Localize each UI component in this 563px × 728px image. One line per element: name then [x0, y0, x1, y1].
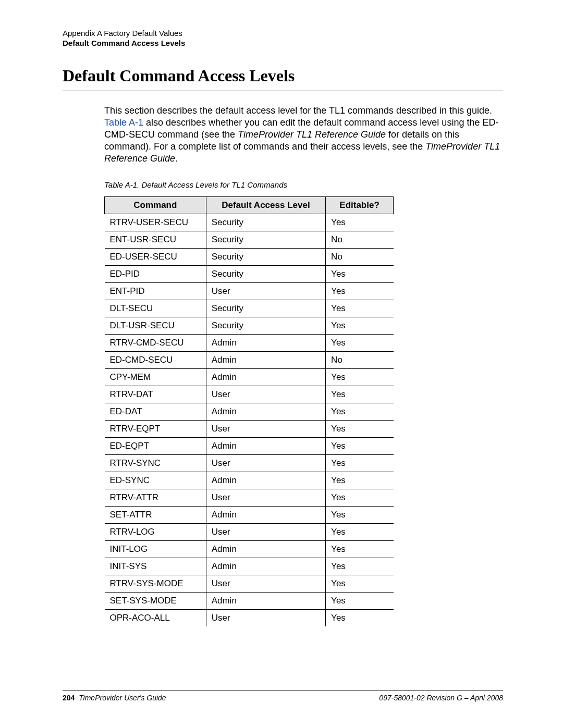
- table-row: RTRV-USER-SECUSecurityYes: [105, 214, 394, 231]
- table-row: ED-USER-SECUSecurityNo: [105, 249, 394, 266]
- cell-editable: Yes: [326, 489, 394, 507]
- table-row: RTRV-SYNCUserYes: [105, 455, 394, 472]
- table-row: DLT-SECUSecurityYes: [105, 300, 394, 317]
- cell-editable: Yes: [326, 317, 394, 335]
- cell-command: ENT-PID: [105, 283, 206, 300]
- cell-command: ED-USER-SECU: [105, 249, 206, 266]
- cell-editable: Yes: [326, 438, 394, 455]
- table-row: RTRV-SYS-MODEUserYes: [105, 575, 394, 593]
- cell-editable: Yes: [326, 421, 394, 438]
- footer-left: 204 TimeProvider User's Guide: [63, 694, 166, 702]
- footer-guide-title: TimeProvider User's Guide: [79, 694, 166, 702]
- cell-editable: Yes: [326, 472, 394, 489]
- table-row: ED-SYNCAdminYes: [105, 472, 394, 489]
- cell-command: INIT-LOG: [105, 541, 206, 558]
- cell-editable: Yes: [326, 524, 394, 541]
- cell-editable: Yes: [326, 214, 394, 231]
- table-row: RTRV-DATUserYes: [105, 386, 394, 403]
- cell-access-level: User: [206, 575, 325, 593]
- cell-access-level: User: [206, 610, 325, 627]
- cell-access-level: Admin: [206, 352, 325, 369]
- cell-command: INIT-SYS: [105, 558, 206, 575]
- th-default-access-level: Default Access Level: [206, 197, 325, 214]
- cell-editable: Yes: [326, 335, 394, 352]
- cell-editable: No: [326, 352, 394, 369]
- table-row: INIT-LOGAdminYes: [105, 541, 394, 558]
- cell-editable: Yes: [326, 593, 394, 610]
- cell-command: RTRV-USER-SECU: [105, 214, 206, 231]
- cell-access-level: Security: [206, 300, 325, 317]
- cell-access-level: User: [206, 283, 325, 300]
- cell-command: DLT-SECU: [105, 300, 206, 317]
- cell-editable: Yes: [326, 610, 394, 627]
- footer-rule: [63, 690, 503, 690]
- cell-editable: Yes: [326, 386, 394, 403]
- table-header-row: Command Default Access Level Editable?: [105, 197, 394, 214]
- cell-command: RTRV-DAT: [105, 386, 206, 403]
- cell-command: RTRV-CMD-SECU: [105, 335, 206, 352]
- table-row: ED-DATAdminYes: [105, 403, 394, 421]
- cell-access-level: Security: [206, 317, 325, 335]
- table-row: SET-ATTRAdminYes: [105, 507, 394, 524]
- cell-editable: Yes: [326, 575, 394, 593]
- cell-command: RTRV-EQPT: [105, 421, 206, 438]
- cell-editable: Yes: [326, 283, 394, 300]
- heading-rule: [63, 91, 503, 91]
- cell-access-level: User: [206, 489, 325, 507]
- footer-right: 097-58001-02 Revision G – April 2008: [379, 694, 503, 702]
- cell-access-level: Admin: [206, 593, 325, 610]
- cell-access-level: Admin: [206, 507, 325, 524]
- cell-editable: Yes: [326, 266, 394, 283]
- cell-command: ED-PID: [105, 266, 206, 283]
- cell-command: DLT-USR-SECU: [105, 317, 206, 335]
- ref-guide-1: TimeProvider TL1 Reference Guide: [238, 129, 386, 140]
- table-row: RTRV-ATTRUserYes: [105, 489, 394, 507]
- intro-text-d: .: [175, 153, 178, 164]
- running-header-line1: Appendix A Factory Default Values: [63, 29, 503, 38]
- cell-access-level: Admin: [206, 541, 325, 558]
- table-row: ED-PIDSecurityYes: [105, 266, 394, 283]
- intro-text-a: This section describes the default acces…: [104, 105, 492, 116]
- cell-access-level: Admin: [206, 403, 325, 421]
- cell-command: ENT-USR-SECU: [105, 231, 206, 249]
- cell-editable: Yes: [326, 369, 394, 386]
- table-row: OPR-ACO-ALLUserYes: [105, 610, 394, 627]
- cell-editable: Yes: [326, 507, 394, 524]
- page-title: Default Command Access Levels: [63, 66, 503, 85]
- table-caption: Table A-1. Default Access Levels for TL1…: [104, 180, 503, 189]
- cell-command: RTRV-LOG: [105, 524, 206, 541]
- table-row: DLT-USR-SECUSecurityYes: [105, 317, 394, 335]
- table-a1-link[interactable]: Table A-1: [104, 117, 143, 128]
- cell-access-level: Security: [206, 231, 325, 249]
- table-row: SET-SYS-MODEAdminYes: [105, 593, 394, 610]
- table-row: ED-CMD-SECUAdminNo: [105, 352, 394, 369]
- page-footer: 204 TimeProvider User's Guide 097-58001-…: [63, 690, 503, 702]
- th-editable: Editable?: [326, 197, 394, 214]
- table-row: INIT-SYSAdminYes: [105, 558, 394, 575]
- cell-command: OPR-ACO-ALL: [105, 610, 206, 627]
- cell-access-level: Admin: [206, 438, 325, 455]
- cell-access-level: Admin: [206, 472, 325, 489]
- commands-table: Command Default Access Level Editable? R…: [104, 196, 394, 626]
- cell-editable: No: [326, 249, 394, 266]
- table-row: CPY-MEMAdminYes: [105, 369, 394, 386]
- table-row: ENT-USR-SECUSecurityNo: [105, 231, 394, 249]
- cell-editable: Yes: [326, 455, 394, 472]
- cell-command: SET-ATTR: [105, 507, 206, 524]
- cell-access-level: User: [206, 421, 325, 438]
- cell-editable: Yes: [326, 558, 394, 575]
- cell-access-level: User: [206, 455, 325, 472]
- table-row: RTRV-EQPTUserYes: [105, 421, 394, 438]
- cell-access-level: Admin: [206, 335, 325, 352]
- cell-editable: Yes: [326, 300, 394, 317]
- table-row: ENT-PIDUserYes: [105, 283, 394, 300]
- running-header-line2: Default Command Access Levels: [63, 39, 503, 47]
- cell-command: RTRV-ATTR: [105, 489, 206, 507]
- th-command: Command: [105, 197, 206, 214]
- cell-access-level: Security: [206, 249, 325, 266]
- cell-editable: Yes: [326, 403, 394, 421]
- cell-command: ED-CMD-SECU: [105, 352, 206, 369]
- cell-access-level: Security: [206, 214, 325, 231]
- cell-command: ED-EQPT: [105, 438, 206, 455]
- cell-command: CPY-MEM: [105, 369, 206, 386]
